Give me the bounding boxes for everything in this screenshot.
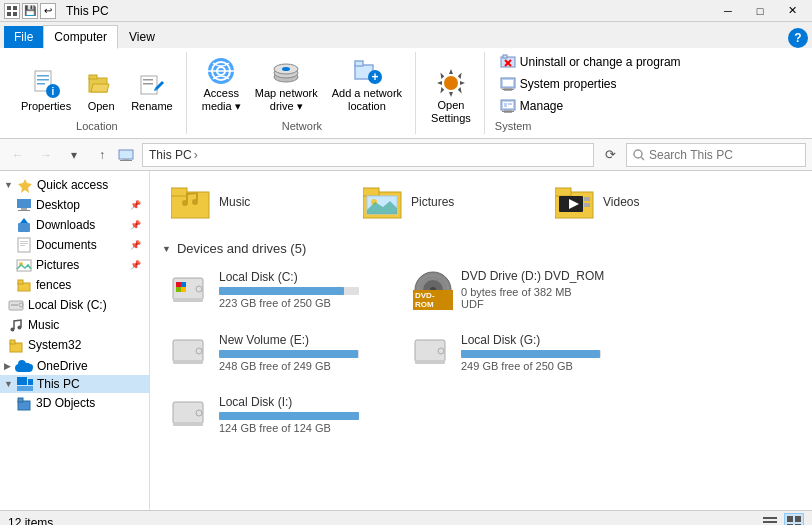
title-bar-left: 💾 ↩ This PC <box>4 3 109 19</box>
sidebar-group-onedrive[interactable]: ▶ OneDrive <box>0 357 149 375</box>
drive-item-d[interactable]: DVD-ROM DVD Drive (D:) DVD_ROM 0 bytes f… <box>404 264 634 315</box>
maximize-button[interactable]: □ <box>744 0 776 22</box>
sidebar-item-desktop[interactable]: Desktop 📌 <box>0 195 149 215</box>
svg-rect-61 <box>18 280 23 284</box>
svg-rect-89 <box>173 298 203 302</box>
drive-item-e[interactable]: New Volume (E:) 248 GB free of 249 GB <box>162 327 392 377</box>
manage-button[interactable]: Manage <box>495 96 686 116</box>
settings-group-items: OpenSettings <box>426 52 476 128</box>
back-button[interactable]: ← <box>6 143 30 167</box>
sidebar-item-documents[interactable]: Documents 📌 <box>0 235 149 255</box>
sidebar-item-pictures[interactable]: Pictures 📌 <box>0 255 149 275</box>
up-button[interactable]: ↑ <box>90 143 114 167</box>
help-button[interactable]: ? <box>788 28 808 48</box>
svg-rect-31 <box>503 55 507 58</box>
search-input[interactable] <box>649 148 799 162</box>
onedrive-label: OneDrive <box>37 359 88 373</box>
this-pc-address-icon <box>118 147 134 163</box>
drive-c-bar-fill <box>219 287 344 295</box>
svg-rect-68 <box>10 340 15 344</box>
3d-objects-icon <box>16 395 32 411</box>
drive-c-icon <box>171 270 211 310</box>
open-settings-button[interactable]: OpenSettings <box>426 64 476 128</box>
svg-rect-106 <box>173 422 203 426</box>
sidebar-item-3d-objects[interactable]: 3D Objects <box>0 393 149 413</box>
drive-c-info: Local Disk (C:) 223 GB free of 250 GB <box>219 270 383 309</box>
documents-pin: 📌 <box>130 240 141 250</box>
3d-objects-label: 3D Objects <box>36 396 95 410</box>
folder-grid: Music Pictures <box>162 179 800 225</box>
sidebar-group-this-pc[interactable]: ▼ This PC <box>0 375 149 393</box>
sidebar-item-system32[interactable]: System32 <box>0 335 149 355</box>
svg-rect-105 <box>173 402 203 424</box>
search-box[interactable] <box>626 143 806 167</box>
drive-item-i[interactable]: Local Disk (I:) 124 GB free of 124 GB <box>162 389 392 439</box>
fences-label: fences <box>36 278 71 292</box>
map-drive-label: Map networkdrive ▾ <box>255 87 318 113</box>
sidebar-group-quick-access[interactable]: ▼ Quick access <box>0 175 149 195</box>
downloads-label: Downloads <box>36 218 95 232</box>
onedrive-icon <box>15 360 33 372</box>
refresh-button[interactable]: ⟳ <box>598 143 622 167</box>
address-path[interactable]: This PC › <box>142 143 594 167</box>
onedrive-arrow: ▶ <box>4 361 11 371</box>
devices-section-header[interactable]: ▼ Devices and drives (5) <box>162 241 800 256</box>
main-area: ▼ Quick access Desktop 📌 Downloads 📌 Doc… <box>0 171 812 510</box>
tab-file[interactable]: File <box>4 26 43 48</box>
access-media-button[interactable]: Accessmedia ▾ <box>197 52 246 116</box>
rename-icon <box>136 68 168 100</box>
title-bar-title: This PC <box>66 4 109 18</box>
ribbon-group-system: Uninstall or change a program System pro… <box>487 52 694 134</box>
close-button[interactable]: ✕ <box>776 0 808 22</box>
videos-folder-item[interactable]: Videos <box>546 179 726 225</box>
videos-folder-icon <box>555 184 595 220</box>
system-props-button[interactable]: System properties <box>495 74 686 94</box>
svg-rect-79 <box>363 188 379 196</box>
svg-rect-1 <box>13 6 17 10</box>
svg-point-65 <box>11 328 15 332</box>
svg-rect-0 <box>7 6 11 10</box>
grid-view-button[interactable] <box>784 513 804 525</box>
manage-icon <box>500 98 516 114</box>
svg-rect-75 <box>171 188 187 196</box>
svg-rect-50 <box>21 208 27 210</box>
sidebar-item-music[interactable]: Music <box>0 315 149 335</box>
svg-point-22 <box>282 67 290 71</box>
rename-button[interactable]: Rename <box>126 65 178 116</box>
sidebar-item-downloads[interactable]: Downloads 📌 <box>0 215 149 235</box>
music-folder-item[interactable]: Music <box>162 179 342 225</box>
sidebar-item-fences[interactable]: fences <box>0 275 149 295</box>
svg-rect-100 <box>173 360 203 364</box>
drive-i-free: 124 GB free of 124 GB <box>219 422 383 434</box>
title-bar-controls: ─ □ ✕ <box>712 0 808 22</box>
music-sidebar-label: Music <box>28 318 59 332</box>
drive-g-bar-bg <box>461 350 601 358</box>
pictures-folder-item[interactable]: Pictures <box>354 179 534 225</box>
system-group-label: System <box>495 120 532 134</box>
sidebar-item-local-disk-c[interactable]: Local Disk (C:) <box>0 295 149 315</box>
svg-rect-109 <box>763 521 777 523</box>
map-drive-button[interactable]: Map networkdrive ▾ <box>250 52 323 116</box>
recent-locations-button[interactable]: ▾ <box>62 143 86 167</box>
tab-view[interactable]: View <box>118 25 166 48</box>
svg-rect-92 <box>181 287 186 292</box>
open-button[interactable]: Open <box>80 65 122 116</box>
svg-rect-57 <box>20 245 25 246</box>
pictures-sidebar-icon <box>16 257 32 273</box>
undo-toolbar-btn[interactable]: ↩ <box>40 3 56 19</box>
drive-e-name: New Volume (E:) <box>219 333 383 347</box>
svg-rect-102 <box>415 340 445 362</box>
forward-button[interactable]: → <box>34 143 58 167</box>
devices-arrow: ▼ <box>162 244 171 254</box>
uninstall-button[interactable]: Uninstall or change a program <box>495 52 686 72</box>
save-toolbar-btn[interactable]: 💾 <box>22 3 38 19</box>
sidebar: ▼ Quick access Desktop 📌 Downloads 📌 Doc… <box>0 171 150 510</box>
minimize-button[interactable]: ─ <box>712 0 744 22</box>
drive-item-c[interactable]: Local Disk (C:) 223 GB free of 250 GB <box>162 264 392 315</box>
tab-computer[interactable]: Computer <box>43 25 118 49</box>
drive-item-g[interactable]: Local Disk (G:) 249 GB free of 250 GB <box>404 327 634 377</box>
add-location-button[interactable]: + Add a networklocation <box>327 52 407 116</box>
list-view-button[interactable] <box>760 513 780 525</box>
properties-button[interactable]: i Properties <box>16 65 76 116</box>
quick-access-toolbar[interactable] <box>4 3 20 19</box>
